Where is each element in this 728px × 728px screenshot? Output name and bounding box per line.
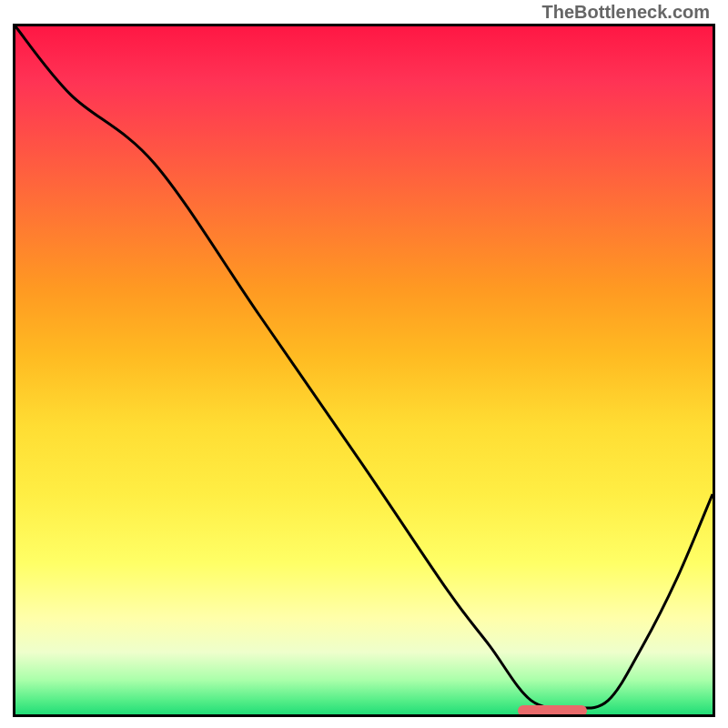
chart-plot-area (13, 24, 715, 717)
watermark-text: TheBottleneck.com (542, 2, 710, 23)
bottleneck-curve (15, 26, 713, 714)
optimal-range-marker (518, 705, 588, 716)
